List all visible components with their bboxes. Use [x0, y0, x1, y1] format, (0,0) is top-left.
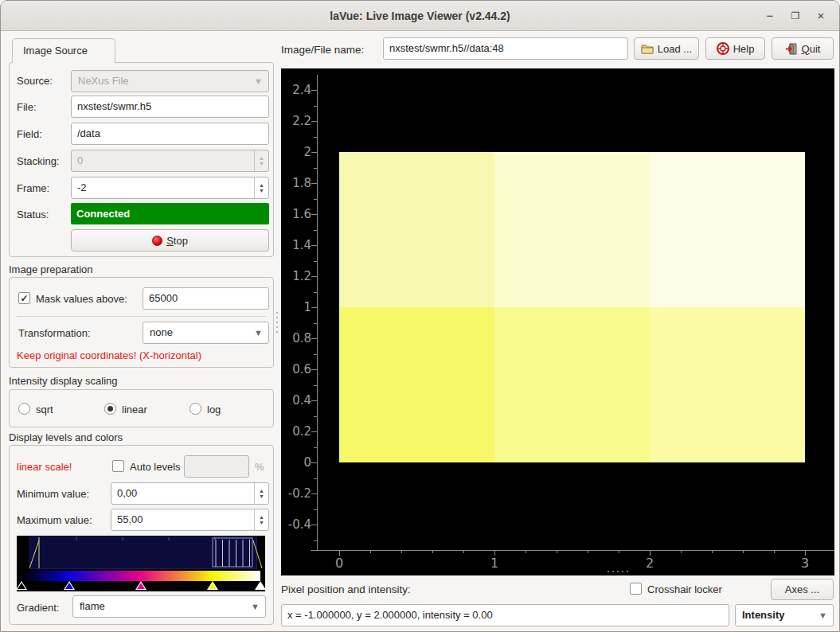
intensity-scaling-title: Intensity display scaling [9, 374, 118, 388]
y-tick [311, 525, 317, 525]
chevron-down-icon: ▼ [251, 596, 260, 617]
radio-log[interactable] [189, 403, 201, 415]
y-minor-tick [314, 385, 317, 386]
y-tick [311, 307, 317, 308]
mask-checkbox[interactable]: ✓ [18, 292, 30, 304]
y-tick [311, 400, 317, 401]
levels-title: Display levels and colors [9, 431, 123, 445]
gradient-tick-marker[interactable] [207, 581, 218, 590]
load-button[interactable]: Load ... [634, 37, 699, 60]
image-plot[interactable]: 2.42.221.81.61.41.210.80.60.40.20-0.2-0.… [281, 68, 834, 575]
field-label: Field: [17, 127, 42, 142]
record-circle-icon [152, 236, 162, 246]
y-tick-label: 1.4 [283, 238, 311, 252]
heatmap-cell[interactable] [494, 307, 650, 462]
y-tick-label: 0.6 [283, 362, 311, 376]
exit-door-icon [785, 43, 798, 55]
channel-select[interactable]: Intensity ▼ [735, 604, 834, 626]
y-tick [311, 494, 317, 494]
pixel-position-label: Pixel position and intensity: [281, 583, 411, 597]
histogram-lut-widget[interactable] [17, 536, 265, 591]
x-axis-line [311, 550, 834, 551]
y-tick [311, 183, 317, 184]
spinner-arrows-icon[interactable]: ▲▼ [254, 483, 268, 504]
stacking-spinbox[interactable]: 0 ▲▼ [71, 150, 269, 172]
heatmap-cell[interactable] [650, 307, 805, 462]
x-tick-label: 1 [479, 556, 510, 571]
x-minor-tick [557, 550, 557, 553]
y-tick-label: 1 [283, 300, 311, 314]
source-select-value: NeXus File [78, 75, 129, 87]
radio-linear[interactable] [104, 403, 116, 415]
spinner-arrows-icon[interactable]: ▲▼ [254, 178, 268, 198]
gradient-tick-marker[interactable] [16, 581, 27, 590]
x-tick-label: 3 [789, 556, 821, 571]
heatmap-cell[interactable] [494, 152, 650, 307]
y-tick-label: -0.4 [283, 517, 311, 532]
y-tick [311, 431, 317, 432]
y-tick [311, 276, 317, 277]
divider [17, 316, 266, 317]
auto-percent-input[interactable] [184, 455, 249, 478]
close-button[interactable]: × [811, 6, 831, 26]
gradient-tick-marker[interactable] [255, 581, 266, 590]
x-minor-tick [432, 550, 433, 553]
heatmap-cell[interactable] [650, 152, 805, 307]
auto-levels-checkbox[interactable] [112, 460, 124, 472]
app-window: laVue: Live Image Viewer (v2.44.2) − ❐ ×… [0, 0, 840, 632]
y-tick [311, 338, 317, 339]
transformation-select[interactable]: none ▼ [143, 322, 269, 344]
y-minor-tick [314, 416, 317, 417]
tab-image-source[interactable]: Image Source [12, 38, 115, 63]
spinner-arrows-icon[interactable]: ▲▼ [254, 509, 268, 530]
stacking-value: 0 [77, 150, 83, 171]
gradient-label: Gradient: [17, 601, 59, 615]
frame-spinbox[interactable]: -2 ▲▼ [71, 177, 269, 199]
y-tick [311, 214, 317, 215]
vertical-splitter-handle[interactable] [275, 68, 279, 575]
x-minor-tick [401, 550, 402, 553]
transformation-value: none [150, 326, 173, 338]
load-button-label: Load ... [658, 43, 692, 55]
pixel-readout: x = -1.000000, y = 2.000000, intensity =… [281, 604, 729, 626]
y-minor-tick [314, 168, 317, 169]
quit-button[interactable]: Quit [772, 37, 834, 60]
stop-button-label: Stop [166, 235, 188, 247]
stacking-label: Stacking: [17, 154, 59, 169]
axes-button[interactable]: Axes ... [771, 579, 834, 600]
x-tick [650, 550, 651, 556]
help-button[interactable]: Help [705, 37, 765, 60]
y-tick-label: 1.2 [283, 269, 311, 283]
max-spinbox[interactable]: 55,00 ▲▼ [111, 509, 269, 531]
file-input[interactable]: nxstest/swmr.h5 [71, 96, 269, 118]
y-tick-label: -0.2 [283, 486, 311, 501]
percent-suffix: % [255, 460, 264, 474]
y-minor-tick [314, 137, 317, 138]
maximize-button[interactable]: ❐ [785, 6, 806, 26]
y-tick [311, 121, 317, 122]
gradient-select[interactable]: flame ▼ [72, 595, 266, 618]
axes-button-label: Axes ... [785, 583, 819, 595]
horizontal-splitter-handle[interactable] [602, 569, 634, 574]
minimize-button[interactable]: − [760, 6, 780, 26]
y-minor-tick [314, 354, 317, 355]
stop-button[interactable]: Stop [71, 229, 269, 252]
transformation-label: Transformation: [18, 326, 91, 341]
source-select[interactable]: NeXus File ▼ [71, 70, 269, 92]
heatmap-cell[interactable] [339, 152, 494, 307]
x-tick [339, 550, 340, 556]
heatmap-cell[interactable] [339, 307, 494, 462]
crosshair-locker-checkbox[interactable] [630, 583, 642, 595]
image-file-name-input[interactable]: nxstest/swmr.h5//data:48 [383, 37, 628, 60]
min-spinbox[interactable]: 0,00 ▲▼ [111, 482, 269, 505]
radio-sqrt[interactable] [18, 403, 30, 415]
coordinates-warning: Keep original coordinates! (X-horizontal… [17, 349, 272, 363]
spinner-arrows-icon[interactable]: ▲▼ [254, 150, 268, 171]
mask-input[interactable]: 65000 [143, 287, 269, 310]
y-tick-label: 2.2 [283, 114, 311, 128]
y-minor-tick [314, 292, 317, 293]
gradient-tick-marker[interactable] [135, 581, 147, 590]
file-label: File: [17, 100, 37, 115]
gradient-tick-marker[interactable] [64, 581, 75, 590]
field-input[interactable]: /data [71, 123, 269, 145]
